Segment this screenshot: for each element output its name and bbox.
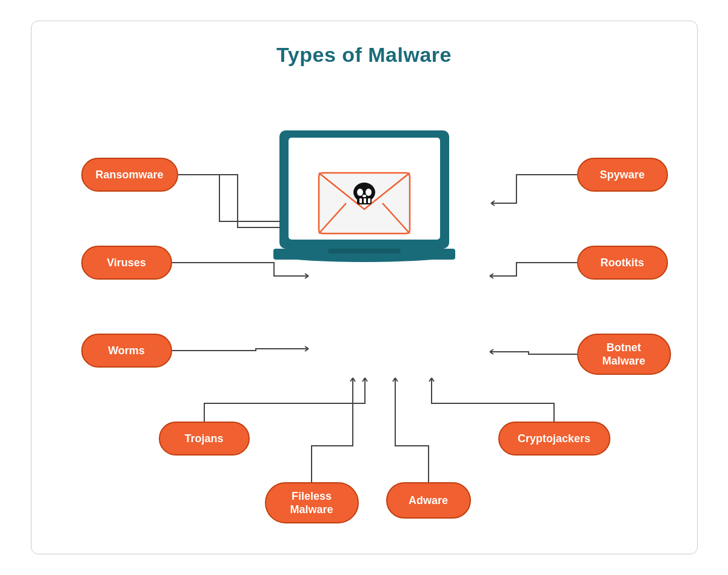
svg-line-6 xyxy=(491,201,495,203)
pill-rootkits: Rootkits xyxy=(577,246,668,280)
laptop-illustration xyxy=(267,124,461,288)
svg-rect-31 xyxy=(364,198,366,203)
pill-trojans: Trojans xyxy=(159,422,250,456)
svg-line-14 xyxy=(350,378,353,382)
svg-line-10 xyxy=(490,349,493,352)
pill-spyware: Spyware xyxy=(577,158,668,192)
svg-line-8 xyxy=(490,274,493,276)
svg-line-11 xyxy=(490,352,493,354)
svg-point-33 xyxy=(357,189,363,196)
pill-adware: Adware xyxy=(386,482,471,519)
svg-line-18 xyxy=(429,378,432,382)
svg-point-35 xyxy=(362,195,366,197)
diagram-container: Types of Malware xyxy=(31,21,698,554)
svg-line-4 xyxy=(305,346,309,349)
svg-line-16 xyxy=(393,378,395,382)
pill-ransomware: Ransomware xyxy=(81,158,178,192)
svg-line-15 xyxy=(353,378,355,382)
svg-point-34 xyxy=(366,189,372,196)
svg-line-19 xyxy=(432,378,434,382)
svg-line-12 xyxy=(362,378,365,382)
pill-viruses: Viruses xyxy=(81,246,172,280)
svg-line-5 xyxy=(305,349,309,351)
svg-line-7 xyxy=(491,203,495,206)
svg-rect-24 xyxy=(328,249,401,254)
pill-worms: Worms xyxy=(81,334,172,368)
pill-cryptojackers: Cryptojackers xyxy=(498,422,610,456)
svg-line-13 xyxy=(365,378,367,382)
page-title: Types of Malware xyxy=(32,21,697,67)
pill-botnet: Botnet Malware xyxy=(577,334,671,375)
svg-rect-32 xyxy=(368,198,370,203)
pill-fileless: Fileless Malware xyxy=(265,482,359,523)
svg-line-17 xyxy=(395,378,398,382)
svg-line-9 xyxy=(490,276,493,278)
svg-rect-30 xyxy=(359,198,362,203)
